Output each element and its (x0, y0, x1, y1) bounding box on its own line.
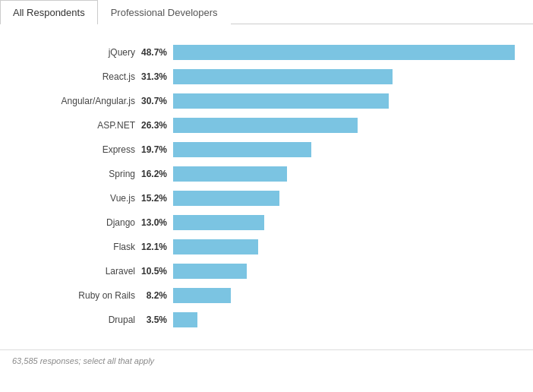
tab-all-respondents[interactable]: All Respondents (0, 0, 98, 24)
chart-container: jQuery48.7%React.js31.3%Angular/Angular.… (0, 36, 533, 340)
chart-row: Angular/Angular.js30.7% (12, 91, 515, 111)
bar-fill (173, 118, 358, 133)
bar-fill (173, 45, 515, 60)
bar-track (173, 288, 515, 303)
bar-track (173, 264, 515, 279)
chart-row: Drupal3.5% (12, 310, 515, 330)
chart-row: Laravel10.5% (12, 261, 515, 281)
bar-label: jQuery (12, 47, 141, 58)
bar-value: 15.2% (141, 193, 173, 204)
tab-professional-developers[interactable]: Professional Developers (98, 0, 231, 24)
bar-label: Laravel (12, 266, 141, 277)
bar-fill (173, 142, 311, 157)
bar-fill (173, 166, 287, 182)
bar-value: 13.0% (141, 217, 173, 228)
bar-value: 19.7% (141, 144, 173, 155)
bar-fill (173, 312, 197, 327)
bar-label: Ruby on Rails (12, 290, 141, 301)
chart-row: Ruby on Rails8.2% (12, 286, 515, 305)
bar-value: 8.2% (141, 290, 173, 301)
bar-label: Angular/Angular.js (12, 96, 141, 106)
bar-value: 30.7% (141, 96, 173, 106)
bar-track (173, 239, 515, 254)
bar-label: Django (12, 217, 141, 228)
chart-row: Vue.js15.2% (12, 188, 515, 208)
footer: 63,585 responses; select all that apply (0, 349, 533, 371)
chart-row: React.js31.3% (12, 67, 515, 87)
bar-label: Vue.js (12, 193, 141, 204)
bar-track (173, 166, 515, 182)
bar-label: Express (12, 144, 141, 155)
bar-fill (173, 288, 231, 303)
chart-row: jQuery48.7% (12, 43, 515, 62)
bar-value: 3.5% (141, 315, 173, 325)
bar-fill (173, 69, 393, 84)
bar-track (173, 191, 515, 206)
bar-track (173, 45, 515, 60)
bar-fill (173, 264, 247, 279)
bar-track (173, 312, 515, 327)
chart-row: Flask12.1% (12, 237, 515, 257)
bar-label: ASP.NET (12, 120, 141, 131)
bar-value: 31.3% (141, 71, 173, 82)
chart-row: Django13.0% (12, 213, 515, 232)
bar-label: Flask (12, 242, 141, 252)
chart-row: Express19.7% (12, 140, 515, 160)
bar-fill (173, 239, 258, 254)
bar-value: 12.1% (141, 242, 173, 252)
bar-label: Spring (12, 169, 141, 179)
bar-fill (173, 215, 264, 230)
bar-track (173, 69, 515, 84)
bar-track (173, 93, 515, 109)
bar-track (173, 118, 515, 133)
bar-track (173, 142, 515, 157)
bar-track (173, 215, 515, 230)
chart-row: ASP.NET26.3% (12, 115, 515, 135)
bar-value: 26.3% (141, 120, 173, 131)
bar-fill (173, 93, 389, 109)
bar-value: 16.2% (141, 169, 173, 179)
bar-value: 10.5% (141, 266, 173, 277)
bar-fill (173, 191, 279, 206)
tabs-container: All RespondentsProfessional Developers (0, 0, 533, 24)
bar-label: React.js (12, 71, 141, 82)
chart-row: Spring16.2% (12, 164, 515, 184)
bar-label: Drupal (12, 315, 141, 325)
bar-value: 48.7% (141, 47, 173, 58)
